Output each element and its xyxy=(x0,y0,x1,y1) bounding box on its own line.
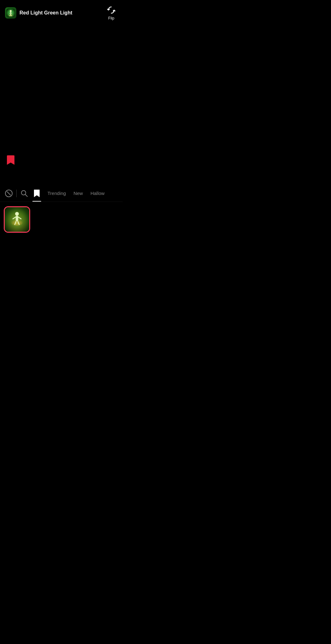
tab-saved[interactable] xyxy=(30,185,44,202)
effect-icon-svg xyxy=(6,8,15,17)
search-icon xyxy=(20,190,28,197)
filter-cancel-button[interactable] xyxy=(3,188,14,199)
svg-point-13 xyxy=(15,212,19,216)
bookmark-tab-icon xyxy=(34,189,40,197)
svg-rect-14 xyxy=(16,216,18,221)
svg-line-16 xyxy=(18,217,21,219)
tab-divider xyxy=(16,190,17,197)
effect-label: Red Light Green Light xyxy=(5,7,72,19)
person-figure xyxy=(9,210,25,229)
svg-line-15 xyxy=(13,217,16,219)
flip-label: Flip xyxy=(108,16,114,20)
bookmark-tab-svg xyxy=(34,189,40,197)
tab-new[interactable]: New xyxy=(70,185,87,202)
tab-halloween-label: Hallow xyxy=(91,191,105,196)
bottom-panel: Trending New Hallow xyxy=(0,185,123,239)
bookmark-floating[interactable] xyxy=(6,155,15,167)
filter-tabs: Trending New Hallow xyxy=(0,185,123,202)
flip-button[interactable]: Flip xyxy=(106,5,116,20)
cancel-icon xyxy=(5,189,13,197)
tab-new-label: New xyxy=(74,191,83,196)
flip-icon xyxy=(106,5,116,15)
bookmark-floating-icon xyxy=(6,155,15,165)
tab-trending-label: Trending xyxy=(47,191,66,196)
svg-line-11 xyxy=(25,194,28,197)
filters-grid xyxy=(0,202,123,239)
person-svg xyxy=(9,210,25,228)
filter-item[interactable] xyxy=(4,206,30,233)
tab-trending[interactable]: Trending xyxy=(44,185,70,202)
effect-icon xyxy=(5,7,16,19)
top-bar: Red Light Green Light Flip xyxy=(0,0,123,24)
effect-title: Red Light Green Light xyxy=(19,10,72,16)
filter-search-button[interactable] xyxy=(19,188,30,199)
svg-line-9 xyxy=(7,192,11,195)
flip-icon-svg xyxy=(107,5,116,15)
svg-point-2 xyxy=(10,10,12,12)
filter-thumbnail xyxy=(5,207,29,232)
tab-halloween[interactable]: Hallow xyxy=(87,185,108,202)
screen: Red Light Green Light Flip xyxy=(0,0,123,239)
